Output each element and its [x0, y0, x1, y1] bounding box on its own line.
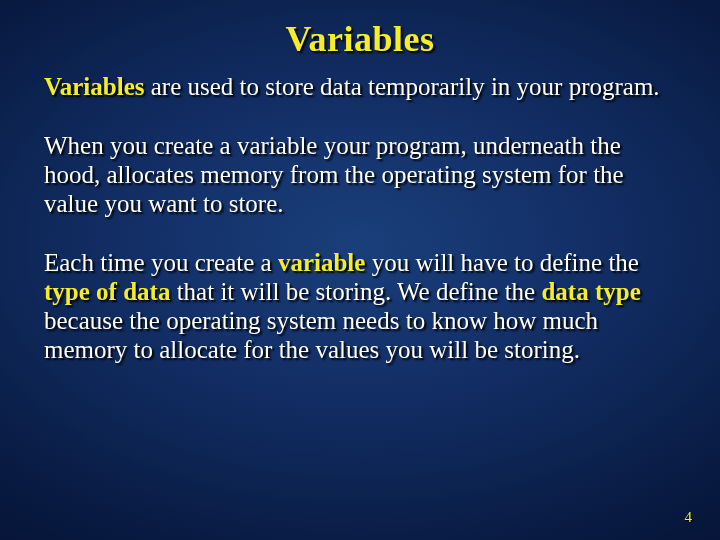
paragraph-3-seg-e: that it will be storing. We define the	[170, 278, 541, 305]
keyword-variables: Variables	[44, 73, 144, 100]
slide-title: Variables	[44, 18, 676, 60]
paragraph-2: When you create a variable your program,…	[44, 131, 676, 218]
keyword-type-of-data: type of data	[44, 278, 170, 305]
paragraph-3-seg-a: Each time you create a	[44, 249, 278, 276]
keyword-variable: variable	[278, 249, 366, 276]
paragraph-3-seg-c: you will have to define the	[365, 249, 639, 276]
paragraph-1: Variables are used to store data tempora…	[44, 72, 676, 101]
paragraph-1-rest: are used to store data temporarily in yo…	[144, 73, 659, 100]
paragraph-3: Each time you create a variable you will…	[44, 248, 676, 364]
page-number: 4	[685, 509, 693, 526]
paragraph-3-seg-g: because the operating system needs to kn…	[44, 307, 598, 363]
keyword-data-type: data type	[541, 278, 640, 305]
slide: Variables Variables are used to store da…	[0, 0, 720, 540]
